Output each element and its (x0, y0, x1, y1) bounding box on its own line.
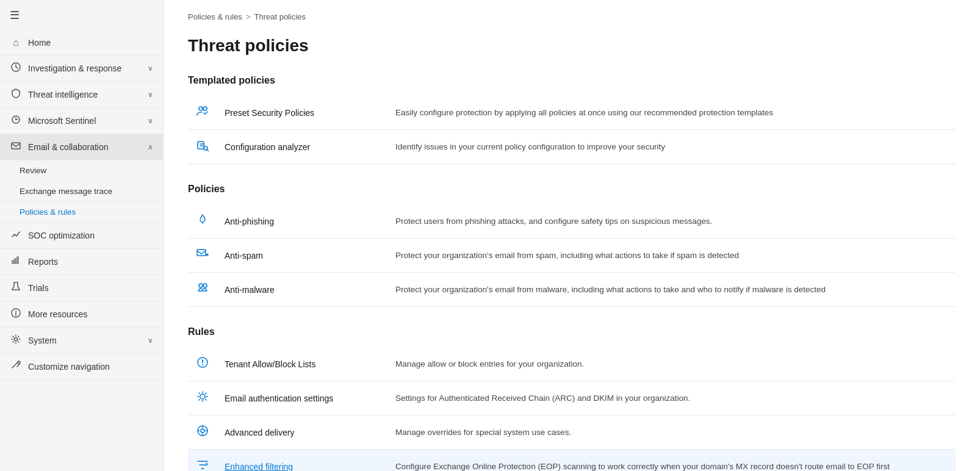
sidebar-item-email-collaboration[interactable]: Email & collaboration ∧ (0, 134, 163, 160)
investigation-icon (10, 62, 22, 74)
table-row[interactable]: Anti-malware Protect your organization's… (188, 273, 956, 307)
customize-icon (10, 361, 22, 373)
sidebar-item-trials[interactable]: Trials (0, 275, 163, 301)
tenant-allow-block-desc: Manage allow or block entries for your o… (388, 347, 956, 381)
anti-malware-name[interactable]: Anti-malware (217, 273, 388, 307)
config-analyzer-icon (188, 130, 217, 164)
hamburger-button[interactable]: ☰ (0, 0, 163, 31)
email-auth-icon (188, 381, 217, 415)
svg-point-15 (200, 394, 205, 399)
breadcrumb-parent[interactable]: Policies & rules (188, 12, 242, 21)
sidebar-item-label: Microsoft Sentinel (28, 116, 96, 126)
sidebar-item-label: System (28, 336, 57, 345)
anti-phishing-name[interactable]: Anti-phishing (217, 204, 388, 239)
sidebar-sub-item-policies-rules[interactable]: Policies & rules (0, 202, 163, 223)
enhanced-filtering-icon (188, 450, 217, 472)
sidebar-item-label: Email & collaboration (28, 142, 109, 152)
tenant-allow-block-name[interactable]: Tenant Allow/Block Lists (217, 347, 388, 381)
svg-point-17 (201, 429, 204, 433)
preset-security-name[interactable]: Preset Security Policies (217, 96, 388, 130)
svg-rect-2 (12, 143, 20, 149)
svg-point-11 (199, 284, 203, 287)
reports-icon (10, 256, 22, 268)
svg-rect-8 (198, 142, 204, 149)
templated-policies-table: Preset Security Policies Easily configur… (188, 96, 956, 164)
anti-malware-icon (188, 273, 217, 307)
config-analyzer-desc: Identify issues in your current policy c… (388, 130, 956, 164)
chevron-down-icon: ∨ (148, 64, 153, 73)
svg-point-6 (199, 107, 203, 110)
trials-icon (10, 282, 22, 294)
enhanced-filtering-desc: Configure Exchange Online Protection (EO… (388, 450, 956, 472)
page-title: Threat policies (188, 36, 956, 56)
sidebar-sub-item-label: Exchange message trace (20, 187, 112, 196)
table-row[interactable]: Tenant Allow/Block Lists Manage allow or… (188, 347, 956, 381)
sidebar-sub-item-label: Policies & rules (20, 207, 76, 217)
chevron-down-icon: ∨ (148, 117, 153, 125)
sidebar: ☰ ⌂ Home Investigation & response ∨ Thre… (0, 0, 164, 471)
anti-spam-name[interactable]: Anti-spam (217, 239, 388, 273)
sidebar-item-customize-navigation[interactable]: Customize navigation (0, 354, 163, 380)
sidebar-item-soc-optimization[interactable]: SOC optimization (0, 223, 163, 249)
chevron-up-icon: ∧ (148, 143, 153, 151)
anti-phishing-icon (188, 204, 217, 239)
sidebar-item-label: Investigation & response (28, 63, 121, 73)
chevron-down-icon: ∨ (148, 90, 153, 99)
policies-title: Policies (188, 184, 956, 195)
table-row[interactable]: Email authentication settings Settings f… (188, 381, 956, 415)
svg-point-7 (203, 107, 207, 110)
soc-icon (10, 229, 22, 242)
enhanced-filtering-link[interactable]: Enhanced filtering (225, 462, 293, 472)
advanced-delivery-icon (188, 415, 217, 450)
table-row-enhanced-filtering[interactable]: Enhanced filtering Configure Exchange On… (188, 450, 956, 472)
advanced-delivery-desc: Manage overrides for special system use … (388, 415, 956, 450)
email-auth-name[interactable]: Email authentication settings (217, 381, 388, 415)
preset-security-icon (188, 96, 217, 130)
config-analyzer-name[interactable]: Configuration analyzer (217, 130, 388, 164)
sidebar-item-microsoft-sentinel[interactable]: Microsoft Sentinel ∨ (0, 108, 163, 134)
sidebar-item-threat-intelligence[interactable]: Threat intelligence ∨ (0, 82, 163, 108)
templated-policies-section: Templated policies Preset Security Polic… (188, 75, 956, 164)
anti-malware-desc: Protect your organization's email from m… (388, 273, 956, 307)
enhanced-filtering-name[interactable]: Enhanced filtering (217, 450, 388, 472)
system-icon (10, 334, 22, 347)
sidebar-sub-item-exchange-message-trace[interactable]: Exchange message trace (0, 181, 163, 202)
sidebar-item-label: Reports (28, 257, 58, 267)
svg-point-4 (15, 338, 18, 341)
sidebar-item-label: More resources (28, 309, 87, 319)
sidebar-item-label: Customize navigation (28, 362, 110, 372)
sidebar-item-home[interactable]: ⌂ Home (0, 31, 163, 56)
anti-spam-desc: Protect your organization's email from s… (388, 239, 956, 273)
sidebar-item-label: SOC optimization (28, 231, 95, 240)
sidebar-item-reports[interactable]: Reports (0, 249, 163, 275)
table-row[interactable]: Anti-spam Protect your organization's em… (188, 239, 956, 273)
info-icon (10, 308, 22, 320)
table-row[interactable]: Advanced delivery Manage overrides for s… (188, 415, 956, 450)
rules-title: Rules (188, 326, 956, 337)
sidebar-sub-item-review[interactable]: Review (0, 160, 163, 181)
email-icon (10, 141, 22, 153)
svg-rect-10 (197, 250, 206, 256)
svg-point-14 (202, 364, 203, 365)
tenant-allow-block-icon (188, 347, 217, 381)
sidebar-item-more-resources[interactable]: More resources (0, 301, 163, 328)
svg-point-12 (203, 284, 207, 287)
advanced-delivery-name[interactable]: Advanced delivery (217, 415, 388, 450)
threat-intelligence-icon (10, 88, 22, 101)
rules-section: Rules Tenant Allow/Block Lists Manage al… (188, 326, 956, 471)
preset-security-desc: Easily configure protection by applying … (388, 96, 956, 130)
sidebar-item-system[interactable]: System ∨ (0, 328, 163, 354)
table-row[interactable]: Configuration analyzer Identify issues i… (188, 130, 956, 164)
anti-phishing-desc: Protect users from phishing attacks, and… (388, 204, 956, 239)
svg-point-5 (18, 361, 20, 364)
templated-policies-title: Templated policies (188, 75, 956, 86)
home-icon: ⌂ (10, 37, 22, 48)
table-row[interactable]: Anti-phishing Protect users from phishin… (188, 204, 956, 239)
chevron-down-icon: ∨ (148, 336, 153, 345)
anti-spam-icon (188, 239, 217, 273)
breadcrumb: Policies & rules > Threat policies (188, 12, 956, 21)
sentinel-icon (10, 115, 22, 127)
sidebar-item-investigation[interactable]: Investigation & response ∨ (0, 56, 163, 82)
table-row[interactable]: Preset Security Policies Easily configur… (188, 96, 956, 130)
sidebar-item-label: Home (28, 38, 51, 48)
